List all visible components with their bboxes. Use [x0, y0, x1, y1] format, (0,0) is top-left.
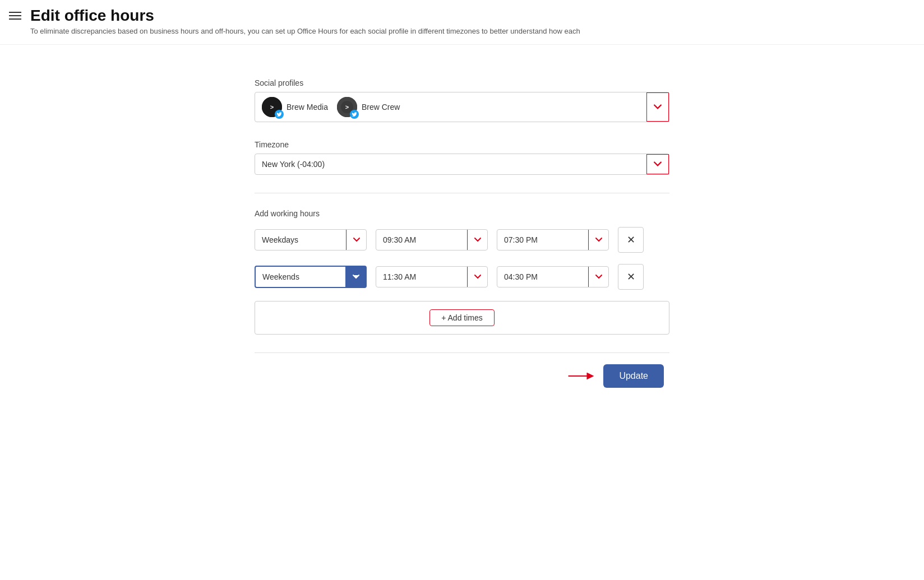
add-times-row: + Add times — [255, 301, 669, 335]
timezone-label: Timezone — [255, 140, 669, 149]
start-time-value-weekdays: 09:30 AM — [383, 235, 481, 244]
start-time-value-weekends: 11:30 AM — [383, 272, 481, 281]
profile-name-brew-media: Brew Media — [287, 103, 328, 112]
timezone-section: Timezone New York (-04:00) — [255, 140, 669, 175]
social-profiles-section: Social profiles > — [255, 78, 669, 122]
timezone-dropdown[interactable]: New York (-04:00) — [255, 154, 669, 175]
add-times-button[interactable]: + Add times — [429, 309, 495, 326]
end-time-chevron-weekdays[interactable] — [588, 230, 608, 250]
timezone-value: New York (-04:00) — [262, 160, 662, 169]
svg-text:>: > — [345, 104, 349, 110]
day-chevron-weekends[interactable] — [345, 267, 366, 287]
bottom-section: Update — [255, 352, 669, 388]
svg-text:>: > — [270, 104, 274, 110]
day-value-weekends: Weekends — [262, 272, 359, 281]
timezone-chevron[interactable] — [646, 154, 669, 174]
arrow-indicator — [566, 368, 594, 384]
menu-icon[interactable] — [9, 12, 21, 20]
avatar-brew-media: > — [262, 97, 282, 117]
remove-weekends-button[interactable]: ✕ — [618, 264, 644, 290]
day-select-weekends[interactable]: Weekends — [255, 266, 367, 288]
end-time-value-weekends: 04:30 PM — [504, 272, 602, 281]
start-time-weekends[interactable]: 11:30 AM — [376, 266, 488, 287]
profile-name-brew-crew: Brew Crew — [362, 103, 400, 112]
day-chevron-weekdays[interactable] — [346, 230, 366, 250]
remove-weekdays-button[interactable]: ✕ — [618, 227, 644, 253]
page-title: Edit office hours — [30, 7, 154, 25]
end-time-value-weekdays: 07:30 PM — [504, 235, 602, 244]
social-profiles-label: Social profiles — [255, 78, 669, 87]
section-divider — [255, 193, 669, 193]
end-time-chevron-weekends[interactable] — [588, 267, 608, 287]
hours-row-weekdays: Weekdays 09:30 AM — [255, 227, 669, 253]
social-profiles-dropdown[interactable]: > Brew Media — [255, 92, 669, 122]
twitter-badge-2 — [350, 110, 359, 119]
page-header: Edit office hours To eliminate discrepan… — [0, 0, 924, 45]
working-hours-section: Add working hours Weekdays 09:30 AM — [255, 209, 669, 335]
profile-item-brew-media: > Brew Media — [262, 97, 328, 117]
main-content: Social profiles > — [0, 45, 924, 421]
twitter-badge-1 — [275, 110, 284, 119]
page-subtitle: To eliminate discrepancies based on busi… — [9, 27, 911, 40]
bottom-actions: Update — [255, 364, 669, 388]
bottom-divider — [255, 352, 669, 353]
start-time-weekdays[interactable]: 09:30 AM — [376, 229, 488, 250]
update-button[interactable]: Update — [603, 364, 664, 388]
day-value-weekdays: Weekdays — [262, 235, 359, 244]
profile-item-brew-crew: > Brew Crew — [337, 97, 400, 117]
social-profiles-chevron[interactable] — [646, 92, 669, 122]
end-time-weekends[interactable]: 04:30 PM — [497, 266, 609, 287]
end-time-weekdays[interactable]: 07:30 PM — [497, 229, 609, 250]
profiles-list: > Brew Media — [262, 97, 641, 117]
hours-row-weekends: Weekends 11:30 AM — [255, 264, 669, 290]
form-container: Social profiles > — [255, 78, 669, 388]
working-hours-label: Add working hours — [255, 209, 669, 218]
start-time-chevron-weekends[interactable] — [467, 267, 487, 287]
start-time-chevron-weekdays[interactable] — [467, 230, 487, 250]
day-select-weekdays[interactable]: Weekdays — [255, 229, 367, 250]
avatar-brew-crew: > — [337, 97, 357, 117]
